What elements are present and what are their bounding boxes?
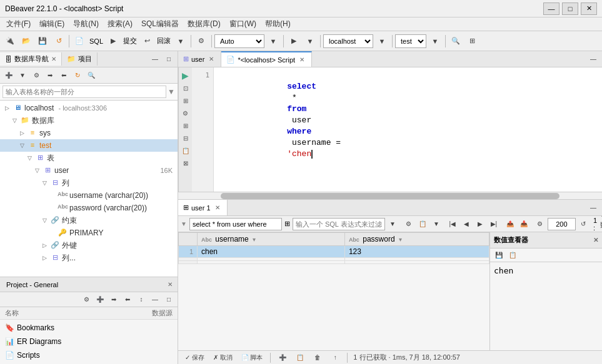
col-header-username[interactable]: Abc username ▾ xyxy=(198,233,345,246)
results-panel-min[interactable]: — xyxy=(587,202,599,214)
execute-button[interactable]: ▶ xyxy=(106,34,121,49)
results-tab-close[interactable]: ✕ xyxy=(213,204,222,212)
editor-scrollbar[interactable] xyxy=(178,192,602,200)
menu-window[interactable]: 窗口(W) xyxy=(226,17,260,31)
project-sort-btn[interactable]: ↕ xyxy=(135,293,148,306)
project-item-er[interactable]: 📊 ER Diagrams xyxy=(0,335,178,348)
rollback-button[interactable]: ↩ xyxy=(139,34,154,49)
nav-prev-btn[interactable]: ◀ xyxy=(460,218,473,230)
panel-filter-btn[interactable]: 🔍 xyxy=(85,69,98,82)
project-add-btn[interactable]: ➕ xyxy=(94,293,106,306)
menu-edit[interactable]: 编辑(E) xyxy=(36,17,68,31)
close-button[interactable]: ✕ xyxy=(581,2,597,15)
tree-item-user[interactable]: ▽ ⊞ user 16K xyxy=(0,164,178,177)
save-results-btn[interactable]: ✓ 保存 xyxy=(183,352,206,364)
tree-item-password[interactable]: Abc password (varchar(20)) xyxy=(0,202,178,214)
project-expand-btn[interactable]: ➡ xyxy=(108,293,120,306)
editor-tab-user[interactable]: ⊞ user ✕ xyxy=(178,51,221,67)
project-tab[interactable]: Project - General xyxy=(3,280,62,290)
run-btn2[interactable]: ▶ xyxy=(286,34,301,49)
db-combo[interactable]: test xyxy=(395,34,426,48)
col-header-password[interactable]: Abc password ▾ xyxy=(344,233,489,246)
settings-gear-btn[interactable]: ⚙ xyxy=(30,69,43,82)
nav-first-btn[interactable]: |◀ xyxy=(446,218,459,230)
tree-item-columns-folder[interactable]: ▽ ⊟ 列 xyxy=(0,177,178,189)
panel-expand-btn[interactable]: ➡ xyxy=(44,69,56,82)
side-btn-6[interactable]: ⊟ xyxy=(180,132,191,144)
panel-more-btn[interactable]: ▼ xyxy=(16,69,29,82)
editor-tab-script[interactable]: 📄 *<localhost> Script ✕ xyxy=(221,51,312,67)
tree-search-input[interactable] xyxy=(3,86,166,98)
results-more-btn[interactable]: ▼ xyxy=(430,218,443,230)
grid-btn[interactable]: ⊞ xyxy=(464,34,479,49)
project-tab-close[interactable]: ✕ xyxy=(168,281,173,288)
results-table-area[interactable]: Abc username ▾ Abc password ▾ xyxy=(178,232,489,350)
count-refresh-btn[interactable]: ↺ xyxy=(577,218,589,230)
auto-more[interactable]: ▼ xyxy=(266,34,281,49)
editor-panel-min[interactable]: — xyxy=(587,53,599,66)
editor-code[interactable]: select * from user where username = 'che… xyxy=(214,67,602,192)
value-viewer-copy-btn[interactable]: 📋 xyxy=(506,249,519,262)
db-tree[interactable]: ▷ 🖥 localhost - localhost:3306 ▽ 📁 数据库 ▷… xyxy=(0,101,178,277)
results-count-input[interactable] xyxy=(548,218,576,230)
results-tab-user1[interactable]: ⊞ user 1 ✕ xyxy=(178,200,228,215)
side-btn-5[interactable]: ⊞ xyxy=(180,120,191,131)
side-btn-3[interactable]: ⊞ xyxy=(180,95,191,106)
table-row-1[interactable]: 1 chen 123 xyxy=(179,246,489,258)
sql-filter-input[interactable] xyxy=(293,218,385,230)
menu-file[interactable]: 文件(F) xyxy=(3,17,34,31)
host-combo[interactable]: localhost xyxy=(323,34,373,48)
tree-item-constraints[interactable]: ▽ 🔗 约束 xyxy=(0,214,178,227)
side-btn-7[interactable]: 📋 xyxy=(180,145,191,156)
sql-btn[interactable]: 📄 xyxy=(72,34,87,49)
row-count-btn[interactable]: 行数: 1 xyxy=(598,218,602,230)
project-item-bookmarks[interactable]: 🔖 Bookmarks xyxy=(0,321,178,335)
tree-item-username[interactable]: Abc username (varchar(20)) xyxy=(0,189,178,202)
import-btn[interactable]: 📥 xyxy=(518,218,530,230)
tab-db-navigator[interactable]: 🗄 数据库导航 ✕ xyxy=(0,52,62,66)
project-collapse-btn[interactable]: ⬅ xyxy=(121,293,134,306)
password-filter-icon[interactable]: ▾ xyxy=(399,236,402,243)
script-tab-close[interactable]: ✕ xyxy=(298,56,306,64)
menu-database[interactable]: 数据库(D) xyxy=(184,17,224,31)
menu-nav[interactable]: 导航(N) xyxy=(69,17,103,31)
left-panel-max-btn[interactable]: □ xyxy=(163,53,175,66)
maximize-button[interactable]: □ xyxy=(562,2,578,15)
refresh-button[interactable]: ↺ xyxy=(51,34,66,49)
more-btn[interactable]: ▼ xyxy=(173,34,188,49)
settings-btn[interactable]: ⚙ xyxy=(194,34,209,49)
panel-collapse-btn[interactable]: ⬅ xyxy=(58,69,70,82)
results-filter-input[interactable] xyxy=(189,218,282,230)
tree-item-col-more[interactable]: ▷ ⊟ 列... xyxy=(0,252,178,264)
add-connection-btn[interactable]: ➕ xyxy=(3,69,15,82)
new-conn-button[interactable]: 🔌 xyxy=(3,34,18,49)
left-panel-min-btn[interactable]: — xyxy=(149,53,161,66)
nav-last-btn[interactable]: ▶| xyxy=(488,218,500,230)
export-btn[interactable]: 📤 xyxy=(504,218,516,230)
tree-item-test[interactable]: ▽ ≡ test xyxy=(0,139,178,152)
filter-icon[interactable]: ▼ xyxy=(168,87,175,96)
project-min-btn[interactable]: — xyxy=(149,293,161,306)
side-btn-4[interactable]: ⚙ xyxy=(180,107,191,119)
tree-item-localhost[interactable]: ▷ 🖥 localhost - localhost:3306 xyxy=(0,102,178,114)
search-open-btn[interactable]: 🔍 xyxy=(448,34,463,49)
copy-btn[interactable]: 📋 xyxy=(416,218,429,230)
apply-filter-btn[interactable]: ⚙ xyxy=(403,218,415,230)
save-button[interactable]: 💾 xyxy=(35,34,50,49)
menu-search[interactable]: 搜索(A) xyxy=(104,17,136,31)
move-up-btn[interactable]: ↑ xyxy=(329,352,341,364)
host-more[interactable]: ▼ xyxy=(374,34,389,49)
username-filter-icon[interactable]: ▾ xyxy=(253,236,256,243)
run-query-btn[interactable]: ▶ xyxy=(180,70,191,81)
menu-sql-editor[interactable]: SQL编辑器 xyxy=(138,17,183,31)
project-settings-btn[interactable]: ⚙ xyxy=(80,293,93,306)
format-btn[interactable]: ⊡ xyxy=(180,82,191,94)
minimize-button[interactable]: — xyxy=(543,2,559,15)
nav-next-btn[interactable]: ▶ xyxy=(474,218,486,230)
menu-help[interactable]: 帮助(H) xyxy=(261,17,294,31)
project-max-btn[interactable]: □ xyxy=(163,293,175,306)
cell-password-1[interactable]: 123 xyxy=(344,246,489,258)
tree-item-fk[interactable]: ▷ 🔗 外键 xyxy=(0,239,178,252)
db-more[interactable]: ▼ xyxy=(428,34,443,49)
panel-refresh-btn[interactable]: ↻ xyxy=(71,69,84,82)
